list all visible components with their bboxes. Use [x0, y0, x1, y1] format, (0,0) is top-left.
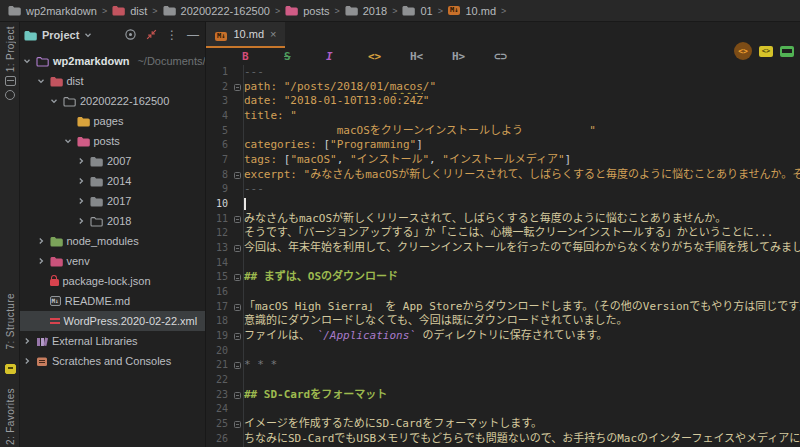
breadcrumb-item[interactable]: posts — [285, 5, 329, 17]
editor-line[interactable]: 17「macOS High Sierra」 を App Storeからダウンロー… — [206, 300, 800, 315]
tree-item-wordpress-2020-02-22-xml[interactable]: WordPress.2020-02-22.xml — [20, 311, 205, 331]
editor-line[interactable]: 15## まずは、OSのダウンロード — [206, 270, 800, 285]
chevron-down-icon[interactable] — [36, 77, 46, 85]
italic-button[interactable]: I — [326, 50, 368, 64]
editor-line[interactable]: 4title: " — [206, 109, 800, 124]
show-editor-only-button[interactable]: <> — [734, 42, 752, 60]
chevron-down-icon[interactable] — [22, 57, 32, 65]
editor-line[interactable]: 3date: "2018-01-10T13:00:24Z" — [206, 94, 800, 109]
chevron-right-icon[interactable] — [36, 237, 46, 245]
close-icon[interactable]: × — [270, 28, 276, 40]
editor-line[interactable]: 25イメージを作成するためにSD-Cardをフォーマットします。 — [206, 417, 800, 432]
editor-line[interactable]: 6categories: ["Programming"] — [206, 138, 800, 153]
tool-window-tab-structure[interactable]: 7: Structure — [5, 293, 16, 350]
locate-file-button[interactable] — [124, 28, 137, 43]
chevron-down-icon[interactable] — [63, 137, 73, 145]
tree-item-dist[interactable]: dist — [20, 71, 205, 91]
tree-item-package-lock-json[interactable]: package-lock.json — [20, 271, 205, 291]
editor-line[interactable]: 21* * * — [206, 358, 800, 373]
breadcrumb-item[interactable]: dist — [112, 5, 147, 17]
bold-button[interactable]: B — [242, 50, 284, 64]
editor-line[interactable]: 13今回は、年末年始を利用して、クリーンインストールを行ったので毎回わからなくな… — [206, 241, 800, 256]
project-panel-title[interactable]: Project — [42, 29, 79, 41]
chevron-right-icon[interactable] — [76, 197, 86, 205]
fold-marker[interactable] — [230, 274, 244, 281]
tree-item-node-modules[interactable]: node_modules — [20, 231, 205, 251]
tree-item-2014[interactable]: 2014 — [20, 171, 205, 191]
chevron-right-icon[interactable] — [22, 337, 32, 345]
editor-line[interactable]: 2path: "/posts/2018/01/macos/" — [206, 80, 800, 95]
breadcrumb-item[interactable]: M↓10.md — [448, 5, 496, 17]
fold-marker[interactable] — [230, 392, 244, 399]
chevron-right-icon[interactable] — [76, 177, 86, 185]
header-decrease-button[interactable]: H< — [410, 50, 452, 64]
link-button[interactable]: ⊂⊃ — [494, 50, 536, 64]
editor-line[interactable]: 24 — [206, 402, 800, 417]
project-tool-icon[interactable] — [5, 76, 16, 86]
fold-marker[interactable] — [230, 421, 244, 428]
fold-marker[interactable] — [230, 245, 244, 252]
breadcrumb-item[interactable]: 20200222-162500 — [163, 5, 270, 17]
tree-item-label: pages — [94, 115, 124, 127]
fold-marker[interactable] — [230, 362, 244, 369]
tree-item-wp2markdown[interactable]: wp2markdown~/Documents/D — [20, 51, 205, 71]
chevron-down-icon[interactable] — [84, 29, 92, 41]
editor-line[interactable]: 5 macOSをクリーンインストールしよう " — [206, 124, 800, 139]
code-span-button[interactable]: <> — [368, 50, 410, 64]
commit-tool-icon[interactable] — [5, 90, 15, 100]
breadcrumb-item[interactable]: wp2markdown — [8, 5, 97, 17]
chevron-right-icon[interactable] — [22, 357, 32, 365]
tool-window-tab-project[interactable]: 1: Project — [5, 26, 16, 72]
editor-line[interactable]: 23## SD-Cardをフォーマット — [206, 388, 800, 403]
fold-marker[interactable] — [230, 84, 244, 91]
editor-line[interactable]: 12そうです、「バージョンアップする」か「ここは、心機一転クリーンインストールす… — [206, 226, 800, 241]
editor-line[interactable]: 26ちなみにSD-CardでもUSBメモリでもどちらでも問題ないので、お手持ちの… — [206, 432, 800, 447]
fold-marker[interactable] — [230, 333, 244, 340]
breadcrumb-item[interactable]: 01 — [402, 5, 432, 17]
strikethrough-button[interactable]: S — [284, 50, 326, 64]
more-options-button[interactable]: ⋮ — [166, 30, 178, 40]
tree-item-pages[interactable]: pages — [20, 111, 205, 131]
tree-item-scratches-and-consoles[interactable]: Scratches and Consoles — [20, 351, 205, 371]
fold-marker[interactable] — [230, 216, 244, 223]
fold-marker[interactable] — [230, 304, 244, 311]
hide-panel-button[interactable]: — — [187, 30, 199, 40]
tree-item-posts[interactable]: posts — [20, 131, 205, 151]
editor-line[interactable]: 10 — [206, 197, 800, 212]
tree-item-2007[interactable]: 2007 — [20, 151, 205, 171]
editor-tab-10md[interactable]: M↓ 10.md × — [206, 22, 285, 48]
show-editor-and-preview-button[interactable]: <> — [759, 46, 773, 57]
editor-line[interactable]: 18意識的にダウンロードしなくても、今回は既にダウンロードされていました。 — [206, 314, 800, 329]
editor-line[interactable]: 7tags: ["macOS", "インストール", "インストールメディア"] — [206, 153, 800, 168]
tree-item-2017[interactable]: 2017 — [20, 191, 205, 211]
editor-line[interactable]: 22 — [206, 373, 800, 388]
tree-item-20200222-162500[interactable]: 20200222-162500 — [20, 91, 205, 111]
fold-marker[interactable] — [230, 172, 244, 179]
editor-line[interactable]: 1--- — [206, 65, 800, 80]
chevron-right-icon[interactable] — [36, 257, 46, 265]
tool-window-tab-favorites[interactable]: 2: Favorites — [5, 388, 16, 445]
editor-line[interactable]: 14 — [206, 256, 800, 271]
editor-line[interactable]: 20 — [206, 344, 800, 359]
line-text: 今回は、年末年始を利用して、クリーンインストールを行ったので毎回わからなくなりが… — [244, 241, 800, 256]
editor-line[interactable]: 9--- — [206, 182, 800, 197]
tree-item-2018[interactable]: 2018 — [20, 211, 205, 231]
line-number: 3 — [206, 94, 230, 109]
structure-tool-icon[interactable] — [5, 364, 16, 374]
editor-line[interactable]: 11みなさんもmacOSが新しくリリースされて、しばらくすると毎度のように悩むこ… — [206, 212, 800, 227]
line-number: 1 — [206, 65, 230, 80]
editor-line[interactable]: 16 — [206, 285, 800, 300]
tree-item-venv[interactable]: venv — [20, 251, 205, 271]
editor-line[interactable]: 19ファイルは、 `/Applications` のディレクトリに保存されていま… — [206, 329, 800, 344]
collapse-all-button[interactable] — [146, 29, 157, 42]
editor-line[interactable]: 8excerpt: "みなさんもmacOSが新しくリリースされて、しばらくすると… — [206, 168, 800, 183]
chevron-down-icon[interactable] — [49, 97, 59, 105]
show-preview-only-button[interactable] — [780, 46, 794, 57]
chevron-right-icon[interactable] — [76, 217, 86, 225]
tree-item-external-libraries[interactable]: External Libraries — [20, 331, 205, 351]
breadcrumb-item[interactable]: 2018 — [345, 5, 387, 17]
editor-content[interactable]: 1---2path: "/posts/2018/01/macos/"3date:… — [206, 65, 800, 447]
header-increase-button[interactable]: H> — [452, 50, 494, 64]
chevron-right-icon[interactable] — [76, 157, 86, 165]
tree-item-readme-md[interactable]: M↓README.md — [20, 291, 205, 311]
